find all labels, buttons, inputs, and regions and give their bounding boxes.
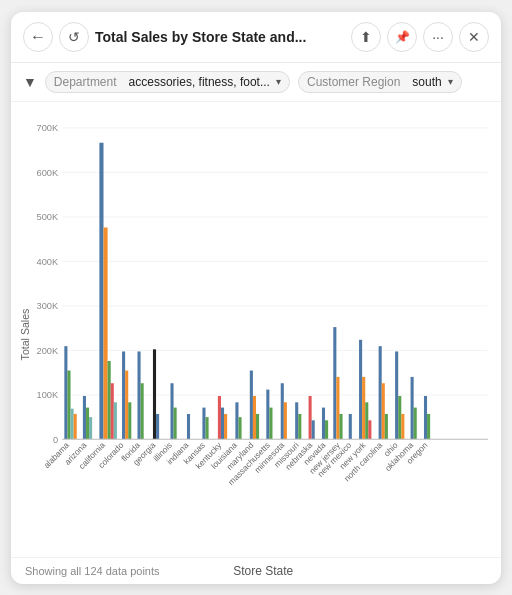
svg-rect-75	[427, 413, 430, 438]
reset-button[interactable]: ↺	[59, 22, 89, 52]
svg-text:700K: 700K	[37, 121, 59, 132]
svg-rect-27	[114, 402, 117, 439]
svg-rect-64	[365, 402, 368, 439]
svg-rect-34	[156, 413, 159, 438]
region-value: south	[412, 75, 441, 89]
footer: Showing all 124 data points Store State	[11, 557, 501, 584]
svg-rect-31	[138, 351, 141, 439]
svg-rect-74	[424, 395, 427, 438]
svg-rect-72	[411, 376, 414, 439]
svg-text:200K: 200K	[37, 344, 59, 355]
svg-rect-55	[312, 420, 315, 439]
svg-rect-58	[333, 327, 336, 439]
svg-rect-44	[238, 417, 241, 439]
svg-rect-51	[284, 402, 287, 439]
svg-rect-68	[385, 413, 388, 438]
svg-rect-53	[298, 413, 301, 438]
svg-rect-49	[269, 407, 272, 439]
svg-rect-17	[67, 370, 70, 439]
y-axis-label: Total Sales	[20, 308, 31, 360]
region-arrow: ▾	[448, 76, 453, 87]
svg-text:500K: 500K	[37, 210, 59, 221]
department-arrow: ▾	[276, 76, 281, 87]
bar-chart: Total Sales 700K 600K 500K 400K 300K	[19, 112, 493, 557]
svg-rect-33	[153, 349, 156, 439]
svg-rect-60	[339, 413, 342, 438]
svg-rect-18	[71, 408, 74, 439]
svg-rect-23	[99, 142, 103, 439]
svg-rect-20	[83, 395, 86, 438]
svg-rect-30	[128, 402, 131, 439]
svg-text:100K: 100K	[37, 388, 59, 399]
chart-area: Total Sales 700K 600K 500K 400K 300K	[11, 102, 501, 557]
data-count: Showing all 124 data points	[25, 565, 160, 577]
svg-rect-71	[401, 413, 404, 438]
svg-rect-19	[74, 413, 77, 438]
svg-text:600K: 600K	[37, 166, 59, 177]
chart-card: ← ↺ Total Sales by Store State and... ⬆ …	[11, 12, 501, 584]
svg-rect-46	[253, 395, 256, 438]
svg-rect-69	[395, 351, 398, 439]
svg-rect-57	[325, 420, 328, 439]
pin-button[interactable]: 📌	[387, 22, 417, 52]
svg-rect-16	[64, 346, 67, 439]
svg-rect-54	[309, 395, 312, 438]
close-button[interactable]: ✕	[459, 22, 489, 52]
svg-rect-28	[122, 351, 125, 439]
svg-text:0: 0	[53, 433, 58, 444]
svg-rect-41	[221, 407, 224, 439]
svg-rect-43	[235, 402, 238, 439]
region-filter[interactable]: Customer Region south ▾	[298, 71, 462, 93]
svg-rect-22	[89, 417, 92, 439]
back-button[interactable]: ←	[23, 22, 53, 52]
svg-rect-42	[224, 413, 227, 438]
svg-rect-36	[174, 407, 177, 439]
svg-rect-59	[336, 376, 339, 439]
svg-rect-61	[349, 413, 352, 438]
department-label: Department	[54, 75, 117, 89]
x-axis-label: Store State	[233, 564, 293, 578]
more-button[interactable]: ···	[423, 22, 453, 52]
svg-rect-38	[202, 407, 205, 439]
svg-rect-39	[206, 417, 209, 439]
x-axis-labels: alabama arizona california colorado flor…	[42, 439, 430, 487]
filter-icon: ▼	[23, 74, 37, 90]
svg-rect-29	[125, 370, 128, 439]
svg-rect-56	[322, 407, 325, 439]
svg-rect-45	[250, 370, 253, 439]
region-label: Customer Region	[307, 75, 400, 89]
svg-rect-67	[382, 383, 385, 439]
svg-rect-40	[218, 395, 221, 438]
svg-text:300K: 300K	[37, 299, 59, 310]
header: ← ↺ Total Sales by Store State and... ⬆ …	[11, 12, 501, 63]
svg-rect-65	[368, 420, 371, 439]
svg-rect-32	[141, 383, 144, 439]
department-value: accessories, fitness, foot...	[129, 75, 270, 89]
svg-rect-48	[266, 389, 269, 439]
filter-bar: ▼ Department accessories, fitness, foot.…	[11, 63, 501, 102]
svg-rect-63	[362, 376, 365, 439]
svg-rect-70	[398, 395, 401, 438]
share-button[interactable]: ⬆	[351, 22, 381, 52]
svg-rect-50	[281, 383, 284, 439]
svg-rect-37	[187, 413, 190, 438]
svg-rect-73	[414, 407, 417, 439]
svg-rect-35	[170, 383, 173, 439]
svg-rect-47	[256, 413, 259, 438]
svg-rect-24	[103, 227, 107, 439]
svg-rect-26	[111, 383, 114, 439]
chart-title: Total Sales by Store State and...	[95, 29, 345, 45]
svg-rect-52	[295, 402, 298, 439]
svg-rect-62	[359, 339, 362, 439]
svg-rect-66	[379, 346, 382, 439]
svg-rect-21	[86, 407, 89, 439]
svg-text:400K: 400K	[37, 255, 59, 266]
svg-rect-25	[108, 360, 111, 438]
department-filter[interactable]: Department accessories, fitness, foot...…	[45, 71, 290, 93]
